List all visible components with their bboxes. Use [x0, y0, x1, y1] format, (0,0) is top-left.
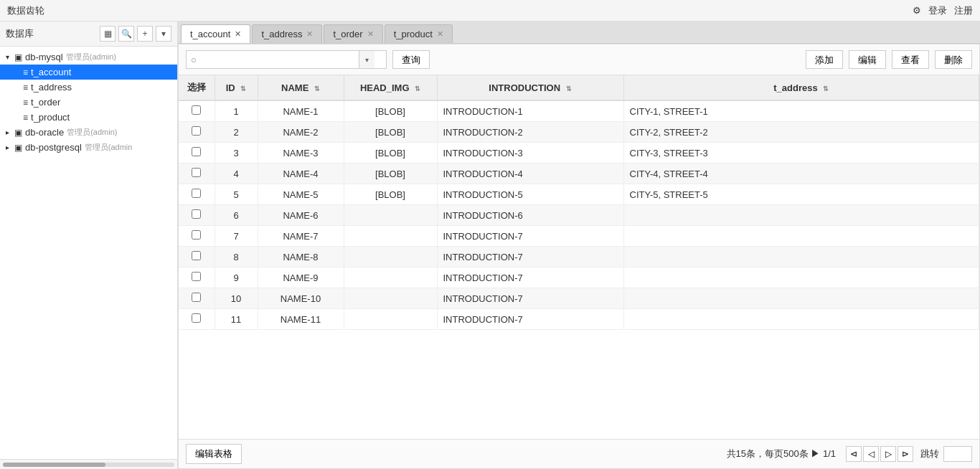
register-link[interactable]: 注册 [954, 4, 973, 17]
sidebar-item-t_account[interactable]: ≡ t_account [0, 65, 177, 80]
sidebar-item-t_address[interactable]: ≡ t_address [0, 80, 177, 95]
tab-t_address[interactable]: t_address ✕ [252, 24, 322, 43]
row-head-img [344, 267, 437, 288]
gear-icon[interactable]: ⚙ [913, 5, 921, 16]
sidebar-icon-group: ▦ 🔍 + ▾ [100, 26, 171, 42]
row-id: 10 [215, 288, 258, 309]
row-introduction: INTRODUCTION-7 [437, 267, 623, 288]
content-area: t_account ✕ t_address ✕ t_order ✕ t_prod… [178, 22, 980, 469]
sidebar-item-t_product[interactable]: ≡ t_product [0, 110, 177, 125]
login-link[interactable]: 登录 [928, 4, 947, 17]
t_account-label: t_account [31, 67, 71, 77]
query-button[interactable]: 查询 [392, 50, 430, 69]
sidebar-more-icon[interactable]: ▾ [156, 26, 171, 42]
col-header-id[interactable]: ID ⇅ [215, 75, 258, 100]
row-head-img: [BLOB] [344, 143, 437, 164]
jump-input[interactable] [943, 446, 972, 462]
sidebar-scrollbar[interactable] [0, 459, 177, 469]
row-id: 5 [215, 184, 258, 205]
page-next-btn[interactable]: ▷ [880, 446, 896, 462]
row-checkbox-cell [179, 205, 215, 226]
table-row: 9NAME-9INTRODUCTION-7 [179, 267, 979, 288]
tab-t_product-label: t_product [394, 29, 433, 39]
db-oracle-item[interactable]: ▸ ▣ db-oracle 管理员(admin) [0, 125, 177, 140]
intro-sort-icon: ⇅ [566, 85, 572, 93]
row-name: NAME-9 [258, 267, 344, 288]
table-row: 3NAME-3[BLOB]INTRODUCTION-3CITY-3, STREE… [179, 143, 979, 164]
edit-button[interactable]: 编辑 [849, 50, 886, 69]
tab-t_order[interactable]: t_order ✕ [324, 24, 382, 43]
tab-t_account[interactable]: t_account ✕ [181, 24, 250, 43]
search-dropdown-icon[interactable]: ▾ [359, 51, 374, 68]
table-icon-order: ≡ [23, 98, 28, 108]
row-id: 11 [215, 309, 258, 330]
row-checkbox[interactable] [192, 230, 201, 240]
row-checkbox[interactable] [192, 272, 201, 281]
tab-t_account-close[interactable]: ✕ [235, 29, 241, 39]
row-id: 8 [215, 247, 258, 267]
row-introduction: INTRODUCTION-1 [437, 100, 623, 122]
sidebar-item-t_order[interactable]: ≡ t_order [0, 95, 177, 110]
topbar: 数据齿轮 ⚙ 登录 注册 [0, 0, 980, 22]
db-postgresql-admin: 管理员(admin [85, 142, 133, 153]
row-id: 4 [215, 164, 258, 184]
table-row: 11NAME-11INTRODUCTION-7 [179, 309, 979, 330]
pagination-info: 共15条，每页500条 ▶ 1/1 [727, 447, 836, 460]
sidebar-search-icon[interactable]: 🔍 [118, 26, 134, 42]
row-checkbox-cell [179, 100, 215, 122]
sidebar-grid-icon[interactable]: ▦ [100, 26, 116, 42]
row-id: 3 [215, 143, 258, 164]
table-icon-account: ≡ [23, 67, 28, 77]
row-checkbox[interactable] [192, 105, 201, 115]
row-checkbox[interactable] [192, 147, 201, 156]
table-row: 6NAME-6INTRODUCTION-6 [179, 205, 979, 226]
row-name: NAME-6 [258, 205, 344, 226]
row-name: NAME-3 [258, 143, 344, 164]
delete-button[interactable]: 删除 [935, 50, 972, 69]
data-table-wrap[interactable]: 选择 ID ⇅ NAME ⇅ HEAD_IMG ⇅ INTRO [179, 75, 979, 439]
sidebar-add-icon[interactable]: + [137, 26, 153, 42]
col-header-name[interactable]: NAME ⇅ [258, 75, 344, 100]
row-checkbox[interactable] [192, 293, 201, 302]
tab-t_address-close[interactable]: ✕ [306, 29, 313, 39]
tab-t_order-close[interactable]: ✕ [367, 29, 374, 39]
scroll-thumb [3, 463, 105, 467]
col-header-address[interactable]: t_address ⇅ [623, 75, 979, 100]
table-row: 7NAME-7INTRODUCTION-7 [179, 226, 979, 247]
row-checkbox-cell [179, 226, 215, 247]
col-header-introduction[interactable]: INTRODUCTION ⇅ [437, 75, 623, 100]
page-last-btn[interactable]: ⊳ [897, 446, 913, 462]
row-checkbox-cell [179, 143, 215, 164]
db-mysql-item[interactable]: ▾ ▣ db-mysql 管理员(admin) [0, 49, 177, 65]
row-head-img [344, 226, 437, 247]
table-toolbar: ▾ 查询 添加 编辑 查看 删除 [179, 44, 979, 75]
row-introduction: INTRODUCTION-4 [437, 164, 623, 184]
search-input[interactable] [187, 51, 359, 68]
page-prev-btn[interactable]: ◁ [863, 446, 879, 462]
row-name: NAME-11 [258, 309, 344, 330]
row-checkbox[interactable] [192, 168, 201, 177]
row-id: 7 [215, 226, 258, 247]
row-checkbox[interactable] [192, 209, 201, 219]
page-first-btn[interactable]: ⊲ [846, 446, 862, 462]
row-address: CITY-4, STREET-4 [623, 164, 979, 184]
name-sort-icon: ⇅ [314, 85, 320, 93]
row-head-img: [BLOB] [344, 184, 437, 205]
view-button[interactable]: 查看 [892, 50, 929, 69]
row-checkbox[interactable] [192, 126, 201, 136]
tab-t_product-close[interactable]: ✕ [437, 29, 443, 39]
row-address [623, 226, 979, 247]
tabs-bar: t_account ✕ t_address ✕ t_order ✕ t_prod… [178, 22, 980, 44]
edit-table-button[interactable]: 编辑表格 [186, 444, 242, 464]
t_order-label: t_order [31, 97, 60, 108]
row-introduction: INTRODUCTION-7 [437, 226, 623, 247]
row-checkbox[interactable] [192, 251, 201, 260]
tab-t_product[interactable]: t_product ✕ [385, 24, 453, 43]
db-postgresql-item[interactable]: ▸ ▣ db-postgresql 管理员(admin [0, 140, 177, 155]
row-introduction: INTRODUCTION-6 [437, 205, 623, 226]
row-checkbox[interactable] [192, 313, 201, 323]
row-checkbox[interactable] [192, 189, 201, 198]
col-header-head_img[interactable]: HEAD_IMG ⇅ [344, 75, 437, 100]
add-button[interactable]: 添加 [806, 50, 843, 69]
row-introduction: INTRODUCTION-7 [437, 309, 623, 330]
